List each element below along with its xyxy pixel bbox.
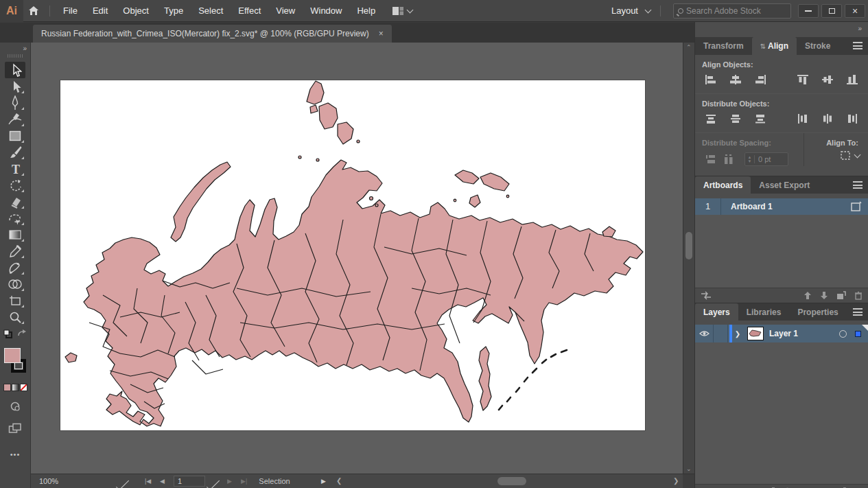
arrange-documents-button[interactable] xyxy=(392,7,412,15)
canvas-pasteboard[interactable] xyxy=(31,43,683,474)
menu-object[interactable]: Object xyxy=(115,0,156,22)
previous-artboard-icon[interactable]: ◀ xyxy=(160,474,165,488)
tab-artboards[interactable]: Artboards xyxy=(695,176,751,194)
artboard-nav-dropdown-icon[interactable] xyxy=(207,477,220,488)
direct-selection-tool[interactable] xyxy=(5,78,25,95)
tab-asset-export[interactable]: Asset Export xyxy=(751,176,818,194)
distribute-top-button[interactable] xyxy=(702,112,720,126)
screen-mode-button[interactable] xyxy=(5,420,25,437)
layer-list-item[interactable]: ❯ Layer 1 xyxy=(695,325,868,342)
horizontal-distribute-space-button[interactable] xyxy=(720,152,738,166)
artboard-1-surface[interactable] xyxy=(60,80,645,430)
minimize-button[interactable] xyxy=(798,4,819,18)
first-artboard-icon[interactable]: |◀ xyxy=(145,474,151,488)
distribute-right-button[interactable] xyxy=(843,112,861,126)
maximize-button[interactable] xyxy=(821,4,842,18)
scroll-left-icon[interactable]: ❮ xyxy=(336,474,342,488)
panel-cycle-icon[interactable]: ⇅ xyxy=(760,43,766,50)
eyedropper-tool[interactable] xyxy=(5,243,25,259)
menu-file[interactable]: File xyxy=(56,0,85,22)
menu-effect[interactable]: Effect xyxy=(231,0,268,22)
scroll-up-icon[interactable]: ⌃ xyxy=(686,44,692,51)
zoom-level-value[interactable]: 100% xyxy=(39,474,58,488)
artboard-list-item[interactable]: 1 Artboard 1 xyxy=(695,198,868,215)
move-down-icon[interactable] xyxy=(820,291,828,300)
status-options-icon[interactable]: ▶ xyxy=(321,474,326,488)
scroll-down-icon[interactable]: ⌄ xyxy=(686,465,692,472)
horizontal-scroll-thumb[interactable] xyxy=(497,477,526,485)
close-button[interactable]: × xyxy=(845,4,865,18)
layer-lock-toggle[interactable] xyxy=(714,325,728,342)
distribute-spacing-field[interactable]: ▲▼ 0 pt xyxy=(744,152,788,166)
artboards-panel-menu-icon[interactable] xyxy=(853,181,863,189)
vertical-distribute-space-button[interactable] xyxy=(702,152,720,166)
shaper-tool[interactable] xyxy=(5,210,25,226)
artboard-navigation-field[interactable]: 1 xyxy=(174,476,205,487)
more-tools-button[interactable]: ••• xyxy=(5,446,25,463)
align-horizontal-center-button[interactable] xyxy=(727,73,744,86)
zoom-dropdown-icon[interactable] xyxy=(116,477,129,488)
tab-layers[interactable]: Layers xyxy=(695,303,738,321)
menu-window[interactable]: Window xyxy=(303,0,349,22)
russia-map-artwork[interactable] xyxy=(60,80,645,430)
align-top-button[interactable] xyxy=(794,73,812,86)
home-icon[interactable] xyxy=(23,0,44,22)
draw-mode-button[interactable] xyxy=(5,398,25,415)
rearrange-artboards-icon[interactable] xyxy=(701,291,712,300)
distribute-vertical-center-button[interactable] xyxy=(727,112,744,126)
distribute-left-button[interactable] xyxy=(794,112,812,126)
pen-tool[interactable] xyxy=(5,95,25,111)
tab-stroke[interactable]: Stroke xyxy=(797,37,838,55)
shape-builder-tool[interactable] xyxy=(5,276,25,292)
vertical-scroll-thumb[interactable] xyxy=(685,232,692,259)
spacing-stepper-icons[interactable]: ▲▼ xyxy=(745,155,755,163)
eraser-tool[interactable] xyxy=(5,194,25,210)
default-fill-stroke-icon[interactable] xyxy=(3,329,12,338)
vertical-scrollbar[interactable]: ⌃ ⌄ xyxy=(683,43,694,474)
curvature-tool[interactable] xyxy=(5,111,25,128)
align-to-artboard-icon[interactable] xyxy=(839,150,852,161)
distribute-bottom-button[interactable] xyxy=(751,112,769,126)
workspace-switcher[interactable]: Layout xyxy=(604,0,646,22)
fill-color-swatch[interactable] xyxy=(4,348,21,363)
rotate-tool[interactable] xyxy=(5,177,25,194)
move-up-icon[interactable] xyxy=(804,291,812,300)
menu-view[interactable]: View xyxy=(268,0,303,22)
align-right-button[interactable] xyxy=(751,73,769,86)
menu-type[interactable]: Type xyxy=(156,0,191,22)
swap-fill-stroke-icon[interactable] xyxy=(17,329,27,338)
menu-edit[interactable]: Edit xyxy=(85,0,115,22)
tab-transform[interactable]: Transform xyxy=(695,37,752,55)
tab-properties[interactable]: Properties xyxy=(789,303,846,321)
distribute-horizontal-center-button[interactable] xyxy=(819,112,836,126)
scroll-right-icon[interactable]: ❯ xyxy=(673,474,679,488)
blend-tool[interactable] xyxy=(5,259,25,276)
layer-visibility-toggle[interactable] xyxy=(695,325,714,342)
document-tab-close-icon[interactable]: × xyxy=(379,29,384,38)
layer-expand-chevron[interactable]: ❯ xyxy=(732,325,743,342)
artboard-page-icon[interactable] xyxy=(850,201,863,212)
tab-align[interactable]: ⇅ Align xyxy=(752,37,797,55)
color-mode-color[interactable] xyxy=(3,384,11,391)
menu-help[interactable]: Help xyxy=(349,0,383,22)
align-left-button[interactable] xyxy=(702,73,720,86)
zoom-tool[interactable] xyxy=(5,309,25,325)
align-vertical-center-button[interactable] xyxy=(819,73,836,86)
layer-target-icon[interactable] xyxy=(839,330,847,338)
layers-panel-menu-icon[interactable] xyxy=(853,308,863,316)
toolbar-grip[interactable] xyxy=(8,54,23,58)
selection-tool[interactable] xyxy=(5,62,25,78)
search-field[interactable] xyxy=(673,3,791,19)
color-mode-none[interactable] xyxy=(20,384,27,391)
artboard-tool[interactable] xyxy=(5,292,25,309)
tab-libraries[interactable]: Libraries xyxy=(738,303,790,321)
chevron-down-icon[interactable] xyxy=(854,151,861,158)
layer-thumbnail[interactable] xyxy=(747,327,764,340)
color-mode-gradient[interactable] xyxy=(12,384,19,391)
search-input[interactable] xyxy=(686,6,769,16)
chevron-down-icon[interactable] xyxy=(645,6,652,13)
gradient-tool[interactable] xyxy=(5,226,25,243)
artboard-name[interactable]: Artboard 1 xyxy=(721,202,850,211)
rectangle-tool[interactable] xyxy=(5,128,25,144)
toolbar-collapse-icon[interactable]: » xyxy=(0,43,30,52)
